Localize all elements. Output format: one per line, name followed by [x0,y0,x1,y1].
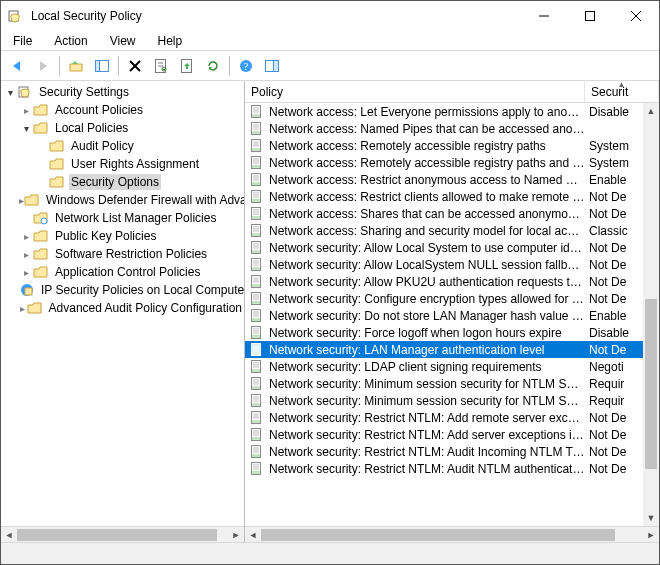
policy-row[interactable]: Network access: Sharing and security mod… [245,222,643,239]
policy-row[interactable]: Network access: Shares that can be acces… [245,205,643,222]
policy-name: Network security: Configure encryption t… [269,292,589,306]
expand-icon[interactable] [3,87,17,98]
policy-row[interactable]: Network security: Force logoff when logo… [245,324,643,341]
folder-icon [33,246,49,262]
scroll-thumb[interactable] [261,529,615,541]
tree-item[interactable]: Public Key Policies [3,227,244,245]
policy-row[interactable]: Network security: Restrict NTLM: Add rem… [245,409,643,426]
expand-icon[interactable] [19,303,27,314]
policy-row[interactable]: Network security: Allow PKU2U authentica… [245,273,643,290]
forward-button[interactable] [31,54,55,78]
tree-horizontal-scrollbar[interactable]: ◄ ► [1,526,244,542]
tree-label: IP Security Policies on Local Compute [39,282,244,298]
app-icon [7,8,23,24]
security-settings-icon [17,84,33,100]
list-horizontal-scrollbar[interactable]: ◄ ► [245,526,659,542]
list-rows[interactable]: Network access: Let Everyone permissions… [245,103,643,477]
policy-setting: Not De [589,258,626,272]
menu-view[interactable]: View [106,33,140,49]
policy-icon [249,189,265,205]
collapse-icon[interactable] [19,123,33,134]
tree-item[interactable]: Software Restriction Policies [3,245,244,263]
policy-row[interactable]: Network access: Remotely accessible regi… [245,154,643,171]
policy-name: Network access: Restrict clients allowed… [269,190,589,204]
menu-help[interactable]: Help [154,33,187,49]
tree-item[interactable]: Windows Defender Firewall with Adva [3,191,244,209]
policy-row[interactable]: Network security: LAN Manager authentica… [245,341,643,358]
window-title: Local Security Policy [27,9,521,23]
tree-item[interactable]: Local Policies [3,119,244,137]
menu-file[interactable]: File [9,33,36,49]
svg-rect-98 [252,369,260,372]
column-header-security[interactable]: ▲Securit [585,81,659,102]
scroll-left-icon[interactable]: ◄ [245,527,261,543]
expand-icon[interactable] [19,249,33,260]
policy-setting: Not De [589,343,626,357]
up-button[interactable] [64,54,88,78]
policy-icon [249,291,265,307]
close-button[interactable] [613,2,659,30]
tree[interactable]: Security Settings Account PoliciesLocal … [1,81,244,319]
policy-row[interactable]: Network access: Named Pipes that can be … [245,120,643,137]
expand-icon[interactable] [19,105,33,116]
svg-rect-58 [252,233,260,236]
policy-row[interactable]: Network access: Remotely accessible regi… [245,137,643,154]
scroll-right-icon[interactable]: ► [228,527,244,543]
help-button[interactable]: ? [234,54,258,78]
properties-button[interactable] [149,54,173,78]
policy-row[interactable]: Network security: Allow LocalSystem NULL… [245,256,643,273]
policy-row[interactable]: Network security: LDAP client signing re… [245,358,643,375]
scroll-down-icon[interactable]: ▼ [643,510,659,526]
expand-icon[interactable] [19,267,33,278]
policy-name: Network access: Named Pipes that can be … [269,122,589,136]
svg-rect-33 [252,148,260,151]
policy-row[interactable]: Network security: Restrict NTLM: Add ser… [245,426,643,443]
tree-item[interactable]: Network List Manager Policies [3,209,244,227]
scroll-thumb[interactable] [645,299,657,469]
expand-icon[interactable] [19,231,33,242]
policy-row[interactable]: Network security: Minimum session securi… [245,392,643,409]
svg-rect-128 [252,471,260,474]
scroll-left-icon[interactable]: ◄ [1,527,17,543]
policy-row[interactable]: Network security: Allow Local System to … [245,239,643,256]
minimize-button[interactable] [521,2,567,30]
policy-row[interactable]: Network access: Restrict anonymous acces… [245,171,643,188]
policy-row[interactable]: Network security: Do not store LAN Manag… [245,307,643,324]
policy-row[interactable]: Network security: Configure encryption t… [245,290,643,307]
delete-button[interactable] [123,54,147,78]
content-area: Security Settings Account PoliciesLocal … [1,81,659,542]
menu-action[interactable]: Action [50,33,91,49]
maximize-button[interactable] [567,2,613,30]
policy-icon [249,138,265,154]
tree-item[interactable]: IP Security Policies on Local Compute [3,281,244,299]
tree-root[interactable]: Security Settings [3,83,244,101]
policy-icon [249,121,265,137]
tree-item[interactable]: Account Policies [3,101,244,119]
tree-item[interactable]: User Rights Assignment [3,155,244,173]
svg-rect-108 [252,403,260,406]
tree-item[interactable]: Audit Policy [3,137,244,155]
scroll-thumb[interactable] [17,529,217,541]
policy-row[interactable]: Network security: Minimum session securi… [245,375,643,392]
show-hide-tree-button[interactable] [90,54,114,78]
export-list-button[interactable] [175,54,199,78]
policy-icon [249,359,265,375]
policy-row[interactable]: Network security: Restrict NTLM: Audit I… [245,443,643,460]
tree-item[interactable]: Application Control Policies [3,263,244,281]
policy-name: Network security: Minimum session securi… [269,394,589,408]
scroll-up-icon[interactable]: ▲ [643,103,659,119]
policy-row[interactable]: Network access: Restrict clients allowed… [245,188,643,205]
scroll-right-icon[interactable]: ► [643,527,659,543]
refresh-button[interactable] [201,54,225,78]
column-header-policy[interactable]: Policy [245,81,585,102]
policy-row[interactable]: Network security: Restrict NTLM: Audit N… [245,460,643,477]
tree-item[interactable]: Advanced Audit Policy Configuration [3,299,244,317]
policy-row[interactable]: Network access: Let Everyone permissions… [245,103,643,120]
policy-name: Network security: Minimum session securi… [269,377,589,391]
svg-rect-88 [252,335,260,338]
tree-item[interactable]: Security Options [3,173,244,191]
back-button[interactable] [5,54,29,78]
details-pane-button[interactable] [260,54,284,78]
policy-name: Network security: Force logoff when logo… [269,326,589,340]
list-vertical-scrollbar[interactable]: ▲ ▼ [643,103,659,526]
